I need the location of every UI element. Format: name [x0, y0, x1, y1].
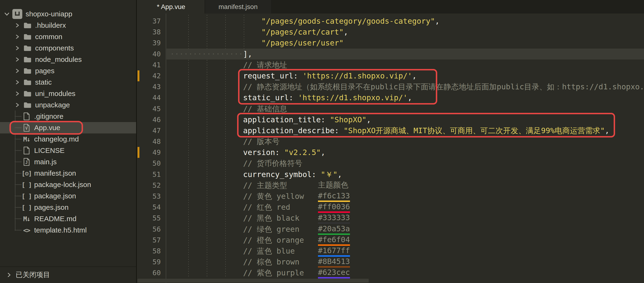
chevron-right-icon[interactable] [14, 80, 21, 85]
json-file-icon: [ ] [22, 181, 31, 188]
chevron-right-icon[interactable] [14, 34, 21, 40]
tree-file-template.h5.html[interactable]: <>template.h5.html [0, 224, 136, 236]
tree-folder-static[interactable]: static [0, 76, 136, 88]
tab-manifest.json[interactable]: manifest.json [205, 0, 271, 14]
tree-file-label: .gitignore [34, 112, 63, 120]
line-number[interactable]: 49 [138, 147, 166, 158]
chevron-right-icon[interactable] [14, 45, 21, 51]
code-line-44[interactable]: 44 static_url: 'https://d1.shopxo.vip/', [138, 92, 644, 103]
chevron-right-icon[interactable] [14, 102, 21, 108]
tree-folder-pages[interactable]: pages [0, 65, 136, 76]
line-number[interactable]: 52 [138, 180, 166, 191]
code-line-46[interactable]: 46 application_title: "ShopXO", [138, 114, 644, 125]
tree-file-label: package-lock.json [34, 180, 91, 189]
tree-branch-line [15, 207, 21, 208]
code-line-51[interactable]: 51 currency_symbol: "￥", [138, 169, 644, 180]
code-line-41[interactable]: 41 // 请求地址 [138, 60, 644, 70]
line-number[interactable]: 43 [138, 81, 166, 92]
code-line-58[interactable]: 58 // 蓝色 blue#1677ff [138, 246, 644, 256]
tree-file-LICENSE[interactable]: LICENSE [0, 145, 136, 156]
code-line-48[interactable]: 48 // 版本号 [138, 136, 644, 147]
chevron-right-icon[interactable] [14, 57, 21, 62]
chevron-right-icon[interactable] [14, 68, 21, 74]
line-number[interactable]: 48 [138, 136, 166, 147]
line-number[interactable]: 45 [138, 103, 166, 114]
tab-App.vue[interactable]: * App.vue [138, 0, 205, 14]
code-line-53[interactable]: 53 // 黄色 yellow#f6c133 [138, 191, 644, 202]
code-line-40[interactable]: 40················], [138, 48, 644, 60]
code-line-38[interactable]: 38 "/pages/cart/cart", [138, 26, 644, 38]
line-number[interactable]: 37 [138, 16, 166, 26]
project-name: shopxo-uniapp [26, 10, 72, 18]
line-number[interactable]: 38 [138, 26, 166, 38]
tree-folder-label: components [35, 44, 74, 52]
line-number[interactable]: 55 [138, 212, 166, 224]
code-line-55[interactable]: 55 // 黑色 black#333333 [138, 212, 644, 224]
line-number[interactable]: 41 [138, 60, 166, 70]
horizontal-scrollbar-thumb[interactable] [138, 279, 369, 282]
tree-folder-.hbuilderx[interactable]: .hbuilderx [0, 20, 136, 31]
tree-file-package-lock.json[interactable]: [ ]package-lock.json [0, 179, 136, 190]
line-number[interactable]: 42 [138, 70, 166, 81]
line-number[interactable]: 39 [138, 38, 166, 48]
code-text: ················], [166, 48, 644, 60]
code-line-37[interactable]: 37 "/pages/goods-category/goods-category… [138, 16, 644, 26]
code-editor-pane[interactable]: 37 "/pages/goods-category/goods-category… [138, 14, 644, 283]
line-number[interactable]: 56 [138, 224, 166, 235]
tree-file-label: main.js [34, 158, 57, 166]
folder-icon [23, 78, 32, 86]
tree-folder-common[interactable]: common [0, 31, 136, 42]
line-number[interactable]: 46 [138, 114, 166, 125]
tree-file-changelog.md[interactable]: M↓changelog.md [0, 134, 136, 145]
code-line-50[interactable]: 50 // 货币价格符号 [138, 158, 644, 169]
tree-file-manifest.json[interactable]: [⚙]manifest.json [0, 168, 136, 179]
tree-folder-label: .hbuilderx [35, 21, 66, 30]
closed-projects-section[interactable]: 已关闭项目 [0, 266, 136, 283]
tree-folder-unpackage[interactable]: unpackage [0, 99, 136, 111]
tree-file-main.js[interactable]: Jmain.js [0, 156, 136, 168]
chevron-right-icon[interactable] [6, 272, 12, 278]
line-number[interactable]: 50 [138, 158, 166, 169]
line-number[interactable]: 58 [138, 246, 166, 256]
line-number[interactable]: 59 [138, 256, 166, 267]
line-number[interactable]: 57 [138, 235, 166, 246]
tree-folder-uni_modules[interactable]: uni_modules [0, 88, 136, 99]
folder-icon [23, 101, 32, 109]
line-number[interactable]: 47 [138, 125, 166, 136]
line-number[interactable]: 54 [138, 202, 166, 212]
code-line-47[interactable]: 47 application_describe: "ShopXO开源商城、MIT… [138, 125, 644, 136]
code-line-57[interactable]: 57 // 橙色 orange#fe6f04 [138, 235, 644, 246]
line-number[interactable]: 44 [138, 92, 166, 103]
line-number[interactable]: 53 [138, 191, 166, 202]
tree-folder-components[interactable]: components [0, 42, 136, 54]
line-number[interactable]: 51 [138, 169, 166, 180]
tree-file-README.md[interactable]: M↓README.md [0, 213, 136, 224]
code-line-42[interactable]: 42 request_url: 'https://d1.shopxo.vip/'… [138, 70, 644, 81]
tree-file-package.json[interactable]: [ ]package.json [0, 190, 136, 202]
line-number[interactable]: 60 [138, 267, 166, 278]
tree-file-.gitignore[interactable]: .gitignore [0, 111, 136, 122]
code-line-43[interactable]: 43 // 静态资源地址（如系统根目录不在public目录下面请在静态地址后面加… [138, 81, 644, 92]
code-line-45[interactable]: 45 // 基础信息 [138, 103, 644, 114]
code-line-49[interactable]: 49 version: "v2.2.5", [138, 147, 644, 158]
code-line-52[interactable]: 52 // 主题类型主题颜色 [138, 180, 644, 191]
code-line-39[interactable]: 39 "/pages/user/user" [138, 38, 644, 48]
manifest-json-file-icon: [⚙] [22, 170, 31, 177]
tree-folder-label: unpackage [35, 101, 70, 109]
tree-file-pages.json[interactable]: [ ]pages.json [0, 202, 136, 213]
code-line-60[interactable]: 60 // 紫色 purple#623cec [138, 267, 644, 278]
code-text: // 黄色 yellow#f6c133 [166, 191, 644, 202]
tree-folder-node_modules[interactable]: node_modules [0, 54, 136, 65]
tree-project-root[interactable]: shopxo-uniapp [0, 8, 136, 20]
folder-icon [23, 33, 32, 40]
chevron-right-icon[interactable] [14, 22, 21, 28]
code-line-56[interactable]: 56 // 绿色 green#20a53a [138, 224, 644, 235]
chevron-right-icon[interactable] [14, 91, 21, 96]
tree-file-label: README.md [34, 215, 76, 223]
tree-branch-line [15, 162, 21, 162]
chevron-down-icon[interactable] [3, 11, 10, 17]
line-number[interactable]: 40 [138, 48, 166, 60]
tree-file-App.vue[interactable]: VApp.vue [0, 122, 136, 134]
code-line-54[interactable]: 54 // 红色 red#ff0036 [138, 202, 644, 212]
code-line-59[interactable]: 59 // 棕色 brown#8B4513 [138, 256, 644, 267]
